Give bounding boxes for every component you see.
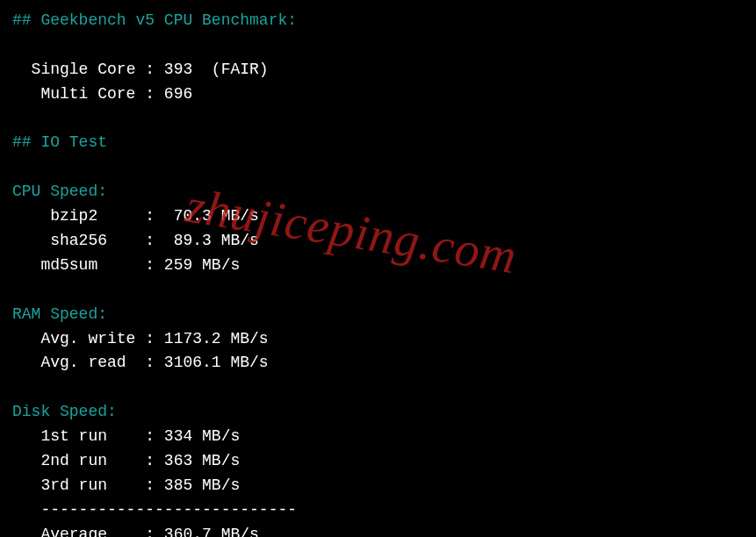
cpu-row-value: 70.3 MB/s — [174, 207, 259, 225]
disk-row-label: 2nd run — [40, 452, 107, 469]
cpu-row-value: 259 MB/s — [164, 256, 240, 274]
single-core-rating: (FAIR) — [212, 61, 269, 78]
ram-speed-title: RAM Speed: — [12, 305, 107, 323]
geekbench-header: ## Geekbench v5 CPU Benchmark: — [12, 11, 297, 29]
disk-speed-title: Disk Speed: — [12, 403, 117, 420]
ram-row-value: 1173.2 MB/s — [164, 330, 269, 347]
disk-avg-label: Average — [40, 526, 107, 537]
disk-row-value: 363 MB/s — [164, 452, 240, 469]
disk-row-label: 1st run — [40, 427, 107, 445]
disk-row-value: 385 MB/s — [164, 476, 240, 494]
cpu-row-label: sha256 — [50, 232, 107, 249]
iotest-header: ## IO Test — [12, 133, 107, 151]
ram-row-value: 3106.1 MB/s — [164, 354, 269, 371]
cpu-row-label: md5sum — [40, 256, 97, 274]
ram-row-label: Avg. write — [40, 330, 135, 347]
terminal-output: ## Geekbench v5 CPU Benchmark: Single Co… — [12, 9, 744, 537]
disk-row-label: 3rd run — [40, 476, 107, 494]
single-core-label: Single Core — [32, 61, 136, 78]
disk-avg-value: 360.7 MB/s — [164, 526, 259, 537]
cpu-row-label: bzip2 — [50, 207, 97, 225]
single-core-value: 393 — [164, 61, 192, 78]
disk-row-value: 334 MB/s — [164, 427, 240, 445]
multi-core-value: 696 — [164, 85, 192, 103]
disk-divider: --------------------------- — [40, 501, 297, 519]
multi-core-label: Multi Core — [40, 85, 135, 103]
cpu-speed-title: CPU Speed: — [12, 183, 107, 200]
ram-row-label: Avg. read — [40, 354, 126, 371]
cpu-row-value: 89.3 MB/s — [174, 232, 259, 249]
